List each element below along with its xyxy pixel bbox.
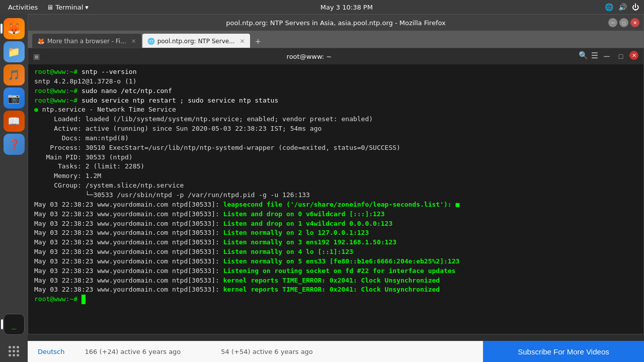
dock-firefox[interactable]: 🦊 xyxy=(4,18,25,39)
dock-books[interactable]: 📖 xyxy=(4,111,25,132)
terminal-title: root@www: ~ xyxy=(40,53,578,60)
terminal-menu[interactable]: 🖥 Terminal ▾ xyxy=(47,4,88,11)
tab-2[interactable]: 🌐 pool.ntp.org: NTP Serve... ✕ xyxy=(142,34,250,49)
terminal-line: root@www:~# sntp --version xyxy=(34,67,637,77)
dock-help[interactable]: ❓ xyxy=(4,134,25,155)
terminal-line: └─30533 /usr/sbin/ntpd -p /var/run/ntpd.… xyxy=(34,191,637,200)
terminal-line: May 03 22:38:23 www.yourdomain.com ntpd[… xyxy=(34,276,637,286)
system-bar-left: Activities 🖥 Terminal ▾ xyxy=(5,3,89,12)
system-bar: Activities 🖥 Terminal ▾ May 3 10:38 PM 🌐… xyxy=(0,0,644,14)
dock-terminal[interactable]: _ xyxy=(4,314,25,335)
terminal-line: Main PID: 30533 (ntpd) xyxy=(34,153,637,162)
terminal-search-icon[interactable]: 🔍 xyxy=(579,51,588,62)
terminal-menu-arrow: ▾ xyxy=(85,4,89,11)
terminal-label: Terminal xyxy=(55,4,83,11)
tab2-close[interactable]: ✕ xyxy=(240,38,245,45)
terminal-line: May 03 22:38:23 www.yourdomain.com ntpd[… xyxy=(34,228,637,238)
terminal-line: Active: active (running) since Sun 2020-… xyxy=(34,124,637,134)
terminal-left-icons: ▣ xyxy=(33,52,40,60)
tab2-favicon: 🌐 xyxy=(147,38,154,45)
terminal-line: May 03 22:38:23 www.yourdomain.com ntpd[… xyxy=(34,247,637,257)
dock-rhythmbox[interactable]: 🎵 xyxy=(4,64,25,85)
terminal-content[interactable]: root@www:~# sntp --versionsntp 4.2.8p12@… xyxy=(28,64,643,334)
terminal-line: ● ntp.service - Network Time Service xyxy=(34,105,637,115)
terminal-window: ▣ root@www: ~ 🔍 ☰ ─ □ ✕ root@www:~# sntp… xyxy=(28,48,644,334)
terminal-line: root@www:~# sudo service ntp restart ; s… xyxy=(34,96,637,106)
volume-icon[interactable]: 🔊 xyxy=(618,3,627,11)
terminal-line: May 03 22:38:23 www.yourdomain.com ntpd[… xyxy=(34,285,637,295)
tab2-label: pool.ntp.org: NTP Serve... xyxy=(157,38,235,45)
terminal-line: May 03 22:38:23 www.yourdomain.com ntpd[… xyxy=(34,210,637,219)
terminal-line: May 03 22:38:23 www.yourdomain.com ntpd[… xyxy=(34,200,637,210)
browser-titlebar: pool.ntp.org: NTP Servers in Asia, asia.… xyxy=(28,15,643,31)
terminal-controls: 🔍 ☰ ─ □ ✕ xyxy=(579,51,638,62)
terminal-line: May 03 22:38:23 www.yourdomain.com ntpd[… xyxy=(34,238,637,247)
network-icon[interactable]: 🌐 xyxy=(605,3,613,11)
subscribe-button[interactable]: Subscribe For More Videos xyxy=(483,341,644,362)
tab-bar: 🦊 More than a browser - Fi... ✕ 🌐 pool.n… xyxy=(28,31,643,49)
terminal-window-icon: 🖥 xyxy=(47,4,53,11)
terminal-line: Memory: 1.2M xyxy=(34,171,637,181)
terminal-tab-icon: ▣ xyxy=(33,52,40,60)
deutsch-link[interactable]: Deutsch xyxy=(38,348,65,355)
window-controls: ─ □ ✕ xyxy=(608,18,639,27)
new-tab-button[interactable]: + xyxy=(251,35,265,49)
dock-photos[interactable]: 📷 xyxy=(4,87,25,109)
stat2: 54 (+54) active 6 years ago xyxy=(221,348,313,355)
terminal-line: May 03 22:38:23 www.yourdomain.com ntpd[… xyxy=(34,219,637,229)
tab1-label: More than a browser - Fi... xyxy=(47,38,126,45)
dock-files[interactable]: 📁 xyxy=(4,41,25,62)
terminal-line: root@www:~# sudo nano /etc/ntp.conf xyxy=(34,86,637,96)
terminal-maximize-button[interactable]: □ xyxy=(615,51,626,62)
bottom-stats: 166 (+24) active 6 years ago 54 (+54) ac… xyxy=(85,348,313,355)
minimize-button[interactable]: ─ xyxy=(608,18,617,27)
terminal-line: Process: 30510 ExecStart=/usr/lib/ntp/nt… xyxy=(34,143,637,153)
terminal-line: Loaded: loaded (/lib/systemd/system/ntp.… xyxy=(34,115,637,124)
power-icon[interactable]: ⏻ xyxy=(632,3,639,11)
maximize-button[interactable]: □ xyxy=(619,18,628,27)
terminal-menu-icon[interactable]: ☰ xyxy=(591,51,598,62)
terminal-line: Tasks: 2 (limit: 2285) xyxy=(34,162,637,171)
stat1: 166 (+24) active 6 years ago xyxy=(85,348,181,355)
terminal-close-button[interactable]: ✕ xyxy=(629,51,638,60)
system-datetime: May 3 10:38 PM xyxy=(320,4,373,11)
browser-title: pool.ntp.org: NTP Servers in Asia, asia.… xyxy=(226,19,445,27)
terminal-line: CGroup: /system.slice/ntp.service xyxy=(34,181,637,191)
terminal-line: May 03 22:38:23 www.yourdomain.com ntpd[… xyxy=(34,257,637,266)
tab1-favicon: 🦊 xyxy=(37,38,44,45)
system-tray: 🌐 🔊 ⏻ xyxy=(605,3,639,11)
tab1-close[interactable]: ✕ xyxy=(131,38,136,45)
tab-1[interactable]: 🦊 More than a browser - Fi... ✕ xyxy=(32,34,141,49)
terminal-line: root@www:~# xyxy=(34,295,637,304)
terminal-minimize-button[interactable]: ─ xyxy=(601,51,612,62)
activities-button[interactable]: Activities xyxy=(5,3,41,12)
close-browser-button[interactable]: ✕ xyxy=(630,18,639,27)
dock-apps-grid[interactable] xyxy=(4,341,25,362)
terminal-titlebar: ▣ root@www: ~ 🔍 ☰ ─ □ ✕ xyxy=(28,48,643,64)
terminal-line: May 03 22:38:23 www.yourdomain.com ntpd[… xyxy=(34,266,637,276)
terminal-line: Docs: man:ntpd(8) xyxy=(34,134,637,143)
application-dock: 🦊 📁 🎵 📷 📖 ❓ _ xyxy=(0,14,28,362)
terminal-line: sntp 4.2.8p12@1.3728-o (1) xyxy=(34,77,637,86)
